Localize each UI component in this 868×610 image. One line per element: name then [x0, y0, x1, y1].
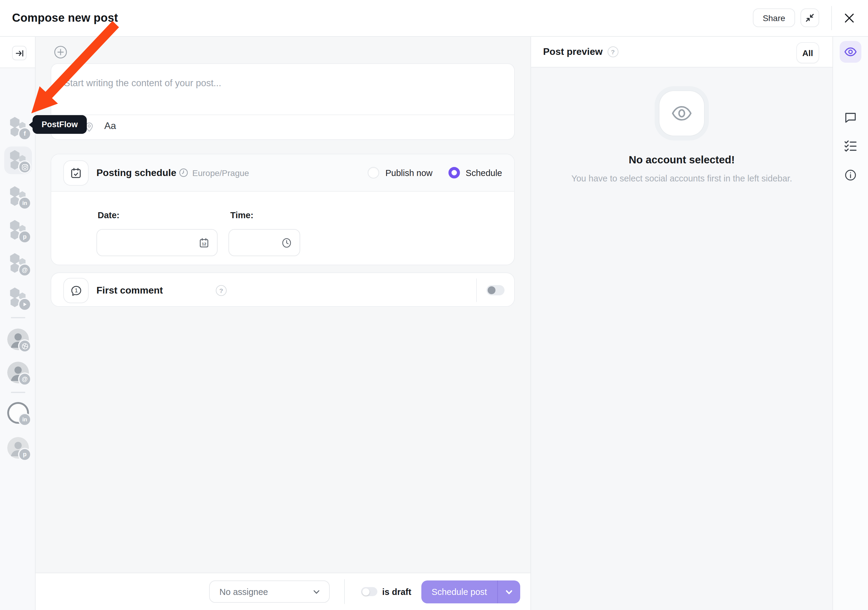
top-bar: Compose new post Share	[0, 0, 868, 37]
first-comment-help-icon[interactable]: ?	[216, 285, 227, 296]
timezone-label: Europe/Prague	[179, 154, 249, 191]
footer-divider	[344, 579, 345, 604]
threads-badge-icon: @	[19, 374, 30, 385]
eye-icon	[844, 45, 857, 59]
sidebar-divider	[11, 392, 25, 393]
tools-sidebar	[832, 36, 868, 610]
account-youtube[interactable]	[7, 287, 29, 309]
composer-footer-bar: No assignee is draft Schedule post	[36, 573, 530, 610]
time-input[interactable]	[228, 229, 300, 256]
account-linkedin[interactable]: in	[7, 186, 29, 207]
first-comment-toggle[interactable]	[487, 285, 505, 295]
schedule-mode-options: Publish now Schedule	[368, 154, 502, 191]
linkedin-badge-icon: in	[19, 198, 30, 209]
sidebar-header	[0, 36, 35, 68]
expand-sidebar-icon	[16, 49, 23, 57]
share-button-label: Share	[763, 13, 786, 23]
postflow-tooltip-label: PostFlow	[42, 120, 78, 129]
postflow-tooltip: PostFlow	[33, 115, 87, 134]
preview-empty-title: No account selected!	[531, 154, 832, 166]
close-icon	[844, 12, 855, 23]
linkedin-badge-icon: in	[19, 414, 30, 425]
account-pinterest[interactable]: p	[7, 220, 29, 241]
calendar-12-icon[interactable]: 12	[198, 237, 210, 248]
facebook-badge-icon: f	[19, 129, 30, 139]
header-divider	[831, 6, 832, 30]
account-person-pinterest[interactable]: p	[7, 437, 29, 459]
post-preview-header: Post preview ? All	[531, 36, 832, 68]
youtube-badge-icon	[19, 299, 30, 310]
svg-text:12: 12	[202, 242, 206, 246]
posting-schedule-title: Posting schedule	[96, 154, 176, 191]
schedule-post-label[interactable]: Schedule post	[422, 581, 497, 603]
is-draft-toggle[interactable]	[361, 587, 377, 596]
posting-schedule-card: Posting schedule Europe/Prague Publish n…	[51, 154, 515, 265]
tab-info[interactable]	[844, 169, 857, 181]
threads-badge-icon: @	[19, 265, 30, 276]
schedule-post-menu-button[interactable]	[498, 581, 520, 603]
first-comment-icon: 1	[63, 278, 88, 303]
account-threads[interactable]: @	[7, 252, 29, 274]
preview-empty-illustration	[659, 91, 704, 136]
close-button[interactable]	[840, 9, 858, 27]
post-preview-help-icon[interactable]: ?	[607, 46, 618, 57]
assignee-select[interactable]: No assignee	[209, 581, 330, 603]
account-person-dribbble[interactable]	[7, 328, 29, 350]
compose-modal: Compose new post Share	[0, 0, 868, 610]
comment-icon	[844, 111, 857, 124]
account-person-threads[interactable]: @	[7, 362, 29, 383]
collapse-window-button[interactable]	[800, 8, 819, 27]
add-content-button[interactable]	[54, 46, 67, 59]
pinterest-badge-icon: p	[19, 449, 30, 460]
tab-comments[interactable]	[844, 111, 857, 124]
share-button[interactable]: Share	[753, 8, 795, 27]
post-editor-card: Start writing the content of your post..…	[51, 63, 515, 140]
account-ring-linkedin[interactable]: in	[7, 402, 29, 424]
preview-filter-all-button[interactable]: All	[796, 42, 819, 63]
schedule-radio[interactable]	[448, 167, 460, 178]
post-preview-title: Post preview	[543, 46, 603, 57]
expand-sidebar-button[interactable]	[12, 46, 26, 60]
publish-now-radio[interactable]	[368, 167, 380, 178]
time-label: Time:	[230, 211, 253, 220]
chevron-down-icon	[312, 587, 321, 596]
info-icon	[844, 169, 857, 181]
svg-text:1: 1	[74, 287, 78, 293]
editor-toolbar: Aa	[51, 115, 514, 139]
page-title: Compose new post	[12, 0, 118, 36]
first-comment-title: First comment	[96, 273, 163, 307]
first-comment-card: 1 First comment ?	[51, 272, 515, 307]
schedule-post-button[interactable]: Schedule post	[422, 581, 520, 603]
sidebar-divider	[11, 317, 25, 318]
assignee-value: No assignee	[219, 587, 268, 596]
composer-column: Start writing the content of your post..…	[36, 36, 530, 610]
first-comment-divider	[476, 279, 477, 302]
checklist-icon	[843, 139, 857, 153]
schedule-option[interactable]: Schedule	[448, 167, 502, 178]
preview-empty-subtitle: You have to select social accounts first…	[531, 173, 832, 183]
account-facebook[interactable]: f	[7, 116, 29, 138]
collapse-icon	[805, 13, 814, 22]
timezone-value: Europe/Prague	[192, 168, 249, 178]
post-preview-panel: Post preview ? All No account selected! …	[530, 36, 832, 610]
calendar-check-icon	[63, 160, 88, 186]
clock-icon[interactable]	[281, 237, 292, 248]
is-draft-label: is draft	[382, 582, 411, 602]
tab-preview[interactable]	[840, 41, 861, 63]
date-input[interactable]: 12	[96, 229, 218, 256]
posting-schedule-header: Posting schedule Europe/Prague Publish n…	[51, 154, 514, 192]
date-label: Date:	[98, 211, 119, 220]
clock-icon	[179, 168, 188, 177]
instagram-badge-icon	[19, 161, 30, 172]
tab-checklist[interactable]	[843, 139, 857, 153]
publish-now-label: Publish now	[386, 168, 432, 178]
pinterest-badge-icon: p	[19, 231, 30, 242]
post-content-input[interactable]: Start writing the content of your post..…	[64, 78, 221, 88]
schedule-label: Schedule	[466, 168, 502, 178]
account-instagram[interactable]	[7, 150, 29, 171]
text-format-button[interactable]: Aa	[104, 121, 116, 132]
dribbble-badge-icon	[19, 341, 30, 351]
eye-icon	[671, 102, 693, 124]
publish-now-option[interactable]: Publish now	[368, 167, 432, 178]
